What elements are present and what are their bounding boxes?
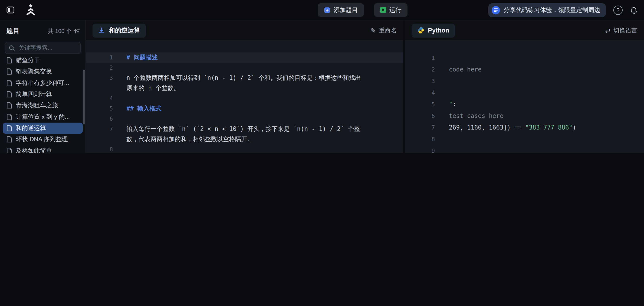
code-segment: ): [572, 124, 576, 131]
line-number: 6: [86, 114, 113, 124]
juejin-logo-icon[interactable]: [23, 4, 38, 16]
editor-line[interactable]: 6test cases here: [405, 110, 644, 122]
editor-line-text: test cases here: [435, 110, 504, 122]
sidebar-item[interactable]: 环状 DNA 序列整理: [3, 134, 83, 145]
language-tab[interactable]: Python: [412, 23, 455, 37]
code-segment: ": [449, 101, 452, 108]
problem-lines[interactable]: 1# 问题描述23n 个整数两两相加可以得到 `n(n - 1) / 2` 个和…: [86, 41, 403, 153]
problem-panel-header: 和的逆运算 ✎ 重命名: [86, 20, 403, 41]
editor-line-text: [435, 145, 449, 153]
help-icon[interactable]: ?: [613, 5, 623, 15]
editor-line-text: [435, 52, 449, 64]
problem-line-text: [113, 63, 126, 73]
main-area: 题目 共 100 个 猫鱼分干链表聚集交换字符串有多少种可...简单四则计算青海…: [0, 20, 644, 153]
problem-panel: 和的逆运算 ✎ 重命名 1# 问题描述23n 个整数两两相加可以得到 `n(n …: [86, 20, 403, 153]
sidebar-item[interactable]: 和的逆运算: [3, 123, 83, 134]
line-number: 2: [86, 63, 113, 73]
problem-line[interactable]: 4: [86, 93, 403, 104]
topbar-right: 分享代码练习体验，领限量定制周边 ?: [488, 0, 638, 20]
sidebar-item-label: 简单四则计算: [16, 90, 52, 98]
problem-line[interactable]: 2: [86, 63, 403, 73]
search-box[interactable]: [5, 42, 81, 54]
document-icon: [6, 147, 12, 153]
code-segment: :: [452, 101, 456, 108]
code-panel: Python ⇄ 切换语言 12code here345":6test case…: [403, 20, 644, 153]
rename-button[interactable]: ✎ 重命名: [370, 26, 397, 34]
document-icon: [6, 80, 12, 86]
line-number: 2: [405, 64, 435, 75]
code-segment: test cases here: [449, 112, 504, 119]
run-button[interactable]: 运行: [374, 3, 408, 17]
line-number: 7: [86, 124, 113, 134]
editor-line[interactable]: 1: [405, 52, 644, 64]
editor-line[interactable]: 5":: [405, 98, 644, 110]
editor-line[interactable]: 3: [405, 75, 644, 87]
problem-title: 和的逆运算: [109, 26, 140, 34]
editor-line[interactable]: 8: [405, 133, 644, 145]
document-icon: [6, 68, 12, 75]
sidebar-item[interactable]: 青海湖租车之旅: [3, 100, 83, 111]
document-icon: [6, 125, 12, 131]
sidebar-toggle-icon[interactable]: [6, 6, 14, 13]
pencil-icon: ✎: [370, 27, 376, 34]
sort-icon[interactable]: [74, 28, 80, 34]
sidebar-item-label: 链表聚集交换: [16, 67, 52, 76]
code-panel-header: Python ⇄ 切换语言: [405, 20, 644, 41]
topbar-center: 添加题目 运行: [318, 3, 408, 17]
language-label: Python: [428, 27, 449, 34]
document-icon: [6, 136, 12, 143]
problem-line[interactable]: 1# 问题描述: [86, 52, 403, 63]
sidebar-item-label: 和的逆运算: [16, 124, 46, 132]
switch-language-button[interactable]: ⇄ 切换语言: [605, 26, 638, 34]
play-icon: [380, 7, 386, 13]
line-number: 8: [86, 144, 113, 153]
run-label: 运行: [389, 6, 402, 14]
problem-line[interactable]: 7输入每行一个整数 `n` (`2 < n < 10`) 开头，接下来是 `n(…: [86, 124, 403, 134]
problem-line[interactable]: 3n 个整数两两相加可以得到 `n(n - 1) / 2` 个和。我们的目标是：…: [86, 73, 403, 83]
sidebar-item[interactable]: 链表聚集交换: [3, 66, 83, 77]
problem-line[interactable]: 5## 输入格式: [86, 104, 403, 114]
line-number: 5: [86, 104, 113, 114]
sidebar-item[interactable]: 简单四则计算: [3, 89, 83, 100]
sidebar-item[interactable]: 猫鱼分干: [3, 55, 83, 66]
line-number: [86, 83, 113, 93]
search-icon: [9, 45, 15, 51]
problem-line-text: n 个整数两两相加可以得到 `n(n - 1) / 2` 个和。我们的目标是：根…: [113, 73, 361, 83]
sidebar-item-label: 字符串有多少种可...: [16, 79, 69, 87]
promo-banner[interactable]: 分享代码练习体验，领限量定制周边: [488, 3, 606, 17]
sidebar-item-label: 及格如此简单: [16, 146, 52, 153]
editor-line[interactable]: 2code here: [405, 64, 644, 75]
bell-icon[interactable]: [630, 6, 638, 14]
switch-language-label: 切换语言: [613, 26, 638, 34]
problem-line-text: 原来的 n 个整数。: [113, 83, 180, 93]
problem-line-text: 数，代表两两相加的和，相邻整数以空格隔开。: [113, 134, 253, 144]
app: 添加题目 运行 分享代码练习体验，领限量定制周边 ?: [0, 0, 644, 153]
problem-line[interactable]: 6: [86, 114, 403, 124]
sidebar-item[interactable]: 计算位置 x 到 y 的...: [3, 111, 83, 123]
line-number: 9: [405, 145, 435, 153]
editor-lines[interactable]: 12code here345":6test cases here7269, 11…: [405, 41, 644, 153]
sidebar-item-label: 猫鱼分干: [16, 56, 40, 64]
editor-line[interactable]: 4: [405, 87, 644, 98]
sidebar-item[interactable]: 字符串有多少种可...: [3, 77, 83, 89]
sidebar-item-label: 环状 DNA 序列整理: [16, 135, 68, 143]
problem-line-text: [113, 114, 126, 124]
editor-line[interactable]: 7269, 1160, 1663]) == "383 777 886"): [405, 122, 644, 133]
editor-line[interactable]: 9: [405, 145, 644, 153]
editor-line-text: ":: [435, 98, 456, 110]
editor-line-text: [435, 75, 449, 87]
problem-line[interactable]: 原来的 n 个整数。: [86, 83, 403, 93]
add-problem-label: 添加题目: [334, 6, 358, 14]
sidebar-scrollbar[interactable]: [83, 70, 85, 124]
line-number: 5: [405, 98, 435, 110]
search-input[interactable]: [18, 44, 77, 51]
problem-tab[interactable]: 和的逆运算: [92, 23, 146, 37]
problem-line[interactable]: 8: [86, 144, 403, 153]
editor-line-text: 269, 1160, 1663]) == "383 777 886"): [435, 122, 576, 133]
python-icon: [417, 27, 424, 34]
sidebar-item[interactable]: 及格如此简单: [3, 145, 83, 153]
add-problem-button[interactable]: 添加题目: [318, 3, 364, 17]
problem-line[interactable]: 数，代表两两相加的和，相邻整数以空格隔开。: [86, 134, 403, 144]
line-number: 4: [86, 93, 113, 104]
sidebar-title: 题目: [6, 27, 20, 35]
